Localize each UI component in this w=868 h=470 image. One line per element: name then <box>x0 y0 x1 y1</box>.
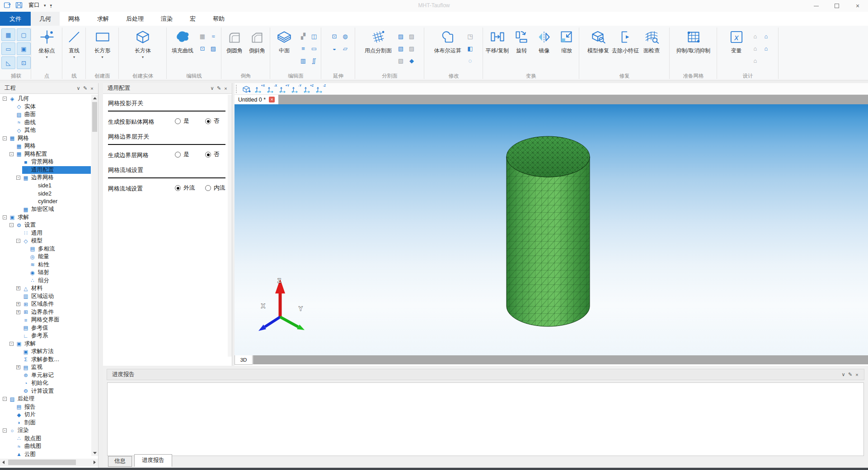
axis-view-button[interactable]: +Y <box>279 84 290 93</box>
tree-item[interactable]: ▨ 曲面 <box>0 111 91 119</box>
chevron-down-icon[interactable]: ∨ <box>209 85 216 91</box>
close-window-button[interactable]: × <box>847 0 868 12</box>
menu-item[interactable]: 几何 <box>31 12 60 26</box>
snap-tool-button[interactable]: ▢ <box>17 28 31 41</box>
tree-item[interactable]: side2 <box>0 190 91 198</box>
small-tool-button[interactable]: ⌂ <box>751 56 760 65</box>
dropdown-caret-icon[interactable]: ▾ <box>73 55 75 59</box>
tree-item[interactable]: ⚙ 计算设置 <box>0 387 91 396</box>
small-tool-button[interactable]: ▨ <box>407 32 416 41</box>
tree-item[interactable]: ▲ 云图 <box>0 451 91 457</box>
tree-item[interactable]: ◔ 初始化 <box>0 379 91 387</box>
snap-tool-button[interactable]: ▦ <box>1 28 15 41</box>
small-tool-button[interactable]: ◫ <box>310 32 319 41</box>
line-button[interactable]: 直线 ▾ <box>63 28 85 59</box>
dock-tab[interactable]: 进度报告 <box>134 454 172 467</box>
document-tab[interactable]: Untitled 0 * × <box>235 95 278 104</box>
axis-view-button[interactable]: +X <box>254 84 266 93</box>
radio-icon[interactable] <box>205 118 211 124</box>
menu-item[interactable]: 文件 <box>0 12 31 26</box>
small-tool-button[interactable]: ⌂ <box>762 32 771 41</box>
tree-item[interactable]: ≋ 粘性 <box>0 261 91 269</box>
small-tool-button[interactable]: ◌ <box>466 56 475 65</box>
snap-tool-button[interactable]: ⊡ <box>17 56 31 69</box>
tree-item[interactable]: ≈ 曲线 <box>0 119 91 127</box>
remove-small-features-button[interactable]: 去除小特征 <box>610 28 640 55</box>
box-button[interactable]: 长方体 ▾ <box>131 28 154 59</box>
tree-expander-icon[interactable]: - <box>9 342 14 346</box>
tree-item[interactable]: ∷ 通用 <box>0 229 91 237</box>
small-tool-button[interactable]: ▥ <box>299 56 308 65</box>
tree-expander-icon[interactable]: + <box>16 310 20 314</box>
small-tool-button[interactable]: ◆ <box>407 56 416 65</box>
radio-option[interactable]: 内流 <box>205 184 225 192</box>
tree-expander-icon[interactable]: - <box>16 239 20 243</box>
config-scrollbar[interactable] <box>228 95 232 357</box>
tree-item[interactable]: ∴ 组分 <box>0 277 91 285</box>
small-tool-button[interactable]: ▨ <box>407 44 416 53</box>
tree-item[interactable]: - ◇ 模型 <box>0 237 91 245</box>
tree-item[interactable]: ▦ 网格 <box>0 142 91 150</box>
tree-vertical-scrollbar[interactable] <box>91 95 98 456</box>
radio-option[interactable]: 是 <box>175 151 189 158</box>
menu-item[interactable]: 宏 <box>181 12 204 26</box>
close-panel-icon[interactable]: × <box>222 86 229 91</box>
scroll-up-icon[interactable] <box>91 95 98 101</box>
tree-item[interactable]: - ▣ 求解 <box>0 214 91 222</box>
midsurface-button[interactable]: 中面 <box>273 28 296 55</box>
radio-icon[interactable] <box>175 185 181 191</box>
tree-item[interactable]: ▦ 通用配置 <box>0 166 91 174</box>
variable-button[interactable]: x 变量 <box>725 28 748 55</box>
close-panel-icon[interactable]: × <box>89 86 95 91</box>
scrollbar-thumb[interactable] <box>8 460 76 465</box>
tree-item[interactable]: ∴ 散点图 <box>0 435 91 443</box>
small-tool-button[interactable]: ▧ <box>396 44 405 53</box>
tree-item[interactable]: ∟ 参考系 <box>0 332 91 340</box>
small-tool-button[interactable]: ⌂ <box>762 44 771 53</box>
axis-view-button[interactable]: +Z <box>303 84 314 93</box>
translate-copy-button[interactable]: 平移/复制 <box>484 28 510 55</box>
small-tool-button[interactable]: ∬ <box>310 56 319 65</box>
tree-item[interactable]: ◇ 实体 <box>0 103 91 111</box>
tree-item[interactable]: - ⚙ 设置 <box>0 221 91 229</box>
dropdown-caret-icon[interactable]: ▾ <box>46 55 47 59</box>
radio-option[interactable]: 是 <box>175 117 189 125</box>
cylinder-mesh-model[interactable] <box>503 133 593 340</box>
tree-item[interactable]: + ▤ 监视 <box>0 363 91 372</box>
tree-item[interactable]: + ⊞ 区域条件 <box>0 300 91 308</box>
small-tool-button[interactable]: ▨ <box>209 44 218 53</box>
snap-tool-button[interactable]: ◺ <box>1 56 15 69</box>
model-repair-button[interactable]: 模型修复 <box>586 28 610 55</box>
tree-item[interactable]: ■ 背景网格 <box>0 158 91 166</box>
snap-tool-button[interactable]: ▣ <box>17 42 31 55</box>
minimize-button[interactable] <box>806 0 826 12</box>
tree-expander-icon[interactable]: - <box>3 428 7 433</box>
axis-view-button[interactable]: -X <box>267 84 278 93</box>
menu-item[interactable]: 网格 <box>60 12 89 26</box>
small-tool-button[interactable]: ◳ <box>466 32 475 41</box>
tree-expander-icon[interactable]: + <box>16 365 20 369</box>
axis-view-button[interactable]: -Y <box>291 84 302 93</box>
tree-item[interactable]: - ▦ 边界网格 <box>0 174 91 182</box>
small-tool-button[interactable]: ⌂ <box>751 32 760 41</box>
view-3d-tab[interactable]: 3D <box>235 355 253 365</box>
radio-icon[interactable] <box>175 152 181 158</box>
tree-item[interactable]: ▤ 多相流 <box>0 245 91 253</box>
tree-item[interactable]: ◇ 其他 <box>0 126 91 135</box>
rectangle-button[interactable]: 长方形 ▾ <box>91 28 114 59</box>
tree-expander-icon[interactable]: - <box>9 152 14 156</box>
small-tool-button[interactable]: ⊡ <box>198 44 207 53</box>
dropdown-caret-icon[interactable]: ▾ <box>142 55 144 59</box>
small-tool-button[interactable]: ◍ <box>341 32 350 41</box>
fill-curve-button[interactable]: 填充曲线 <box>170 28 195 55</box>
menu-item[interactable]: 求解 <box>89 12 117 26</box>
menu-item[interactable]: 后处理 <box>117 12 152 26</box>
pin-icon[interactable]: ✎ <box>847 372 854 377</box>
panel-splitter[interactable] <box>99 83 103 468</box>
maximize-button[interactable] <box>826 0 847 12</box>
axis-view-button[interactable]: -Z <box>315 84 327 93</box>
tree-item[interactable]: - ▣ 求解 <box>0 340 91 348</box>
viewport-3d[interactable]: Z X Y <box>235 104 868 355</box>
tree-item[interactable]: - ▦ 网格 <box>0 135 91 143</box>
volume-boolean-button[interactable]: 体布尔运算 <box>433 28 463 55</box>
